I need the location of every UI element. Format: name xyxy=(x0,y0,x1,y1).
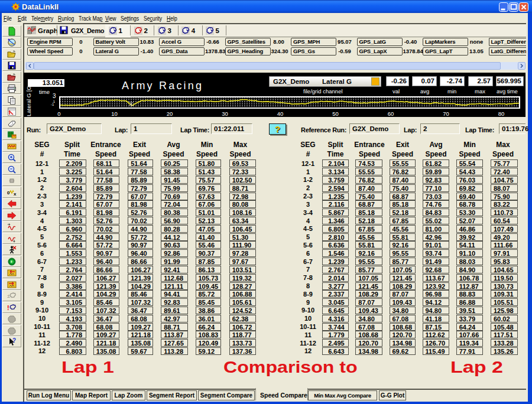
svg-text:?: ? xyxy=(12,337,16,344)
svg-text:±: ± xyxy=(7,293,10,299)
svg-text:0: 0 xyxy=(7,190,10,196)
svg-text:!: ! xyxy=(7,304,9,311)
svg-text:x: x xyxy=(14,191,17,197)
